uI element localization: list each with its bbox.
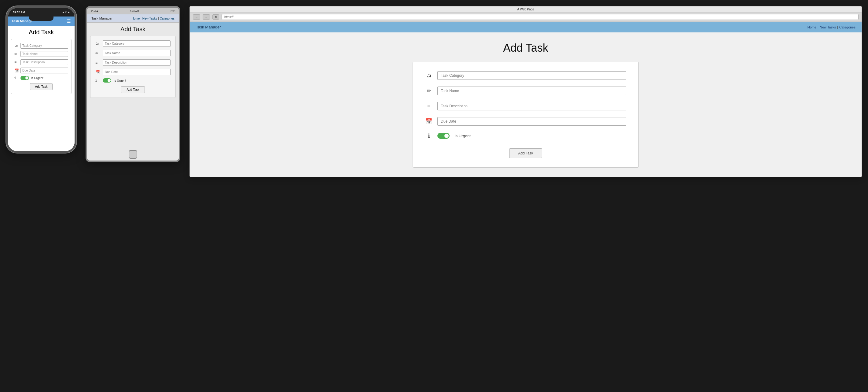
- browser-refresh-button[interactable]: ↻: [212, 14, 219, 20]
- browser-nav-new-tasks[interactable]: New Tasks: [820, 25, 836, 29]
- phone-notch: [29, 17, 54, 21]
- browser-nav-categories[interactable]: Categories: [839, 25, 856, 29]
- tablet-btn-row: Add Task: [95, 86, 170, 93]
- pencil-icon: ✏: [14, 52, 19, 56]
- hamburger-icon[interactable]: ☰: [67, 19, 71, 23]
- browser-titlebar: A Web Page: [190, 6, 862, 12]
- info-icon: ℹ: [14, 76, 19, 80]
- browser-title: A Web Page: [517, 8, 534, 11]
- browser-forward-button[interactable]: →: [203, 14, 210, 20]
- phone-body: Add Task 🗂 ✏ ≡ 📅: [8, 26, 74, 151]
- tablet-left-status: iPad ◆: [91, 10, 98, 12]
- tablet-app-header: Task Manager Home | New Tasks | Categori…: [87, 14, 179, 23]
- tablet-name-row: ✏: [95, 50, 170, 56]
- phone-form-card: 🗂 ✏ ≡ 📅 ℹ Is Urgent: [11, 39, 71, 94]
- phone-task-category-input[interactable]: [21, 43, 68, 49]
- browser-urgent-toggle[interactable]: [437, 133, 450, 139]
- browser-pencil-icon: ✏: [425, 87, 432, 94]
- tablet-list-icon: ≡: [95, 61, 100, 65]
- browser-nav-sep1: |: [817, 25, 818, 29]
- tablet-pencil-icon: ✏: [95, 51, 100, 55]
- browser-nav-sep2: |: [837, 25, 838, 29]
- phone-submit-button[interactable]: Add Task: [30, 83, 53, 90]
- phone-urgent-toggle[interactable]: [21, 76, 29, 80]
- tablet-nav-sep1: |: [141, 17, 142, 20]
- browser-due-date-input[interactable]: [437, 117, 626, 126]
- phone-description-row: ≡: [14, 59, 68, 65]
- phone-task-description-input[interactable]: [21, 59, 68, 65]
- phone-due-date-input[interactable]: [21, 67, 68, 73]
- phone-status-bar: 09:52 AM ▲▼ ●: [8, 8, 74, 17]
- browser-urgent-row: ℹ Is Urgent: [425, 132, 626, 139]
- phone-urgent-label: Is Urgent: [31, 77, 43, 80]
- tablet-description-row: ≡: [95, 59, 170, 66]
- tablet-category-row: 🗂: [95, 40, 170, 47]
- browser-device: A Web Page ← → ↻ Task Manager Home | New…: [189, 6, 862, 177]
- browser-task-name-input[interactable]: [437, 87, 626, 95]
- browser-task-description-input[interactable]: [437, 102, 626, 110]
- browser-submit-button[interactable]: Add Task: [509, 148, 542, 158]
- tablet-folder-icon: 🗂: [95, 41, 100, 46]
- tablet-home-button[interactable]: [129, 150, 137, 159]
- tablet-frame: iPad ◆ 8:40 AM □□□ Task Manager Home | N…: [86, 6, 180, 162]
- calendar-icon: 📅: [14, 68, 19, 73]
- tablet-task-name-input[interactable]: [103, 50, 170, 56]
- tablet-page-title: Add Task: [90, 26, 176, 33]
- browser-frame: A Web Page ← → ↻ Task Manager Home | New…: [189, 6, 862, 177]
- tablet-nav-new-tasks[interactable]: New Tasks: [143, 17, 157, 20]
- browser-name-row: ✏: [425, 87, 626, 95]
- browser-task-category-input[interactable]: [437, 71, 626, 80]
- browser-nav: Home | New Tasks | Categories: [807, 25, 856, 29]
- phone-device: 09:52 AM ▲▼ ● Task Manager ☰ Add Task 🗂 …: [6, 6, 76, 153]
- tablet-task-category-input[interactable]: [103, 40, 170, 47]
- tablet-form-card: 🗂 ✏ ≡ 📅 ℹ Is Urgent: [90, 36, 176, 98]
- phone-time: 09:52 AM: [13, 11, 25, 14]
- phone-name-row: ✏: [14, 51, 68, 57]
- tablet-urgent-row: ℹ Is Urgent: [95, 78, 170, 83]
- browser-category-row: 🗂: [425, 71, 626, 80]
- browser-form-card: 🗂 ✏ ≡ 📅 ℹ Is Urgent: [413, 62, 639, 168]
- browser-info-icon: ℹ: [425, 132, 432, 139]
- tablet-nav: Home | New Tasks | Categories: [132, 17, 175, 20]
- tablet-nav-home[interactable]: Home: [132, 17, 140, 20]
- tablet-nav-categories[interactable]: Categories: [160, 17, 175, 20]
- tablet-calendar-icon: 📅: [95, 70, 100, 74]
- browser-url-input[interactable]: [222, 14, 859, 20]
- list-icon: ≡: [14, 60, 19, 64]
- tablet-urgent-label: Is Urgent: [114, 79, 126, 82]
- tablet-info-icon: ℹ: [95, 78, 100, 83]
- tablet-time: 8:40 AM: [130, 10, 139, 12]
- browser-urgent-label: Is Urgent: [455, 133, 471, 138]
- browser-folder-icon: 🗂: [425, 72, 432, 79]
- tablet-body: Add Task 🗂 ✏ ≡ 📅: [87, 23, 179, 160]
- browser-page-title: Add Task: [202, 41, 849, 54]
- browser-back-button[interactable]: ←: [193, 14, 200, 20]
- tablet-duedate-row: 📅: [95, 69, 170, 75]
- tablet-app-title: Task Manager: [91, 17, 113, 20]
- tablet-urgent-toggle[interactable]: [103, 78, 111, 83]
- browser-content: Add Task 🗂 ✏ ≡ 📅: [190, 32, 862, 177]
- browser-toolbar: ← → ↻: [190, 12, 862, 22]
- phone-page-title: Add Task: [11, 29, 71, 36]
- phone-urgent-row: ℹ Is Urgent: [14, 76, 68, 80]
- phone-category-row: 🗂: [14, 43, 68, 49]
- folder-icon: 🗂: [14, 44, 19, 48]
- tablet-task-description-input[interactable]: [103, 59, 170, 66]
- browser-duedate-row: 📅: [425, 117, 626, 126]
- browser-calendar-icon: 📅: [425, 118, 432, 125]
- phone-status-icons: ▲▼ ●: [62, 11, 70, 14]
- tablet-submit-button[interactable]: Add Task: [121, 86, 145, 93]
- browser-description-row: ≡: [425, 102, 626, 110]
- browser-btn-row: Add Task: [425, 148, 626, 158]
- phone-task-name-input[interactable]: [21, 51, 68, 57]
- phone-frame: 09:52 AM ▲▼ ● Task Manager ☰ Add Task 🗂 …: [6, 6, 76, 153]
- phone-duedate-row: 📅: [14, 67, 68, 73]
- browser-nav-home[interactable]: Home: [807, 25, 816, 29]
- browser-list-icon: ≡: [425, 103, 432, 110]
- browser-app-header: Task Manager Home | New Tasks | Categori…: [190, 22, 862, 32]
- tablet-due-date-input[interactable]: [103, 69, 170, 75]
- tablet-right-status: □□□: [171, 10, 176, 12]
- browser-app-title: Task Manager: [196, 25, 221, 29]
- tablet-device: iPad ◆ 8:40 AM □□□ Task Manager Home | N…: [86, 6, 180, 162]
- tablet-status-bar: iPad ◆ 8:40 AM □□□: [87, 8, 179, 14]
